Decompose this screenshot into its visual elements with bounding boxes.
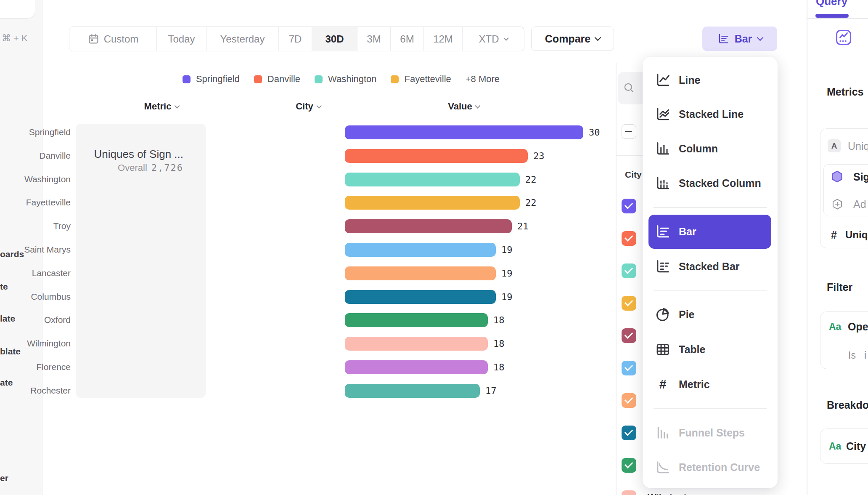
menu-item-column[interactable]: Column xyxy=(643,135,778,162)
add-event-label[interactable]: Ad xyxy=(853,198,866,210)
row-value-label: 18 xyxy=(493,315,505,325)
panel-divider xyxy=(807,0,807,495)
bar-segment[interactable] xyxy=(345,360,488,374)
column-chart-icon xyxy=(654,140,671,157)
chart-row: Lancaster19 xyxy=(0,266,614,281)
menu-item-stacked-column[interactable]: Stacked Column xyxy=(643,169,778,197)
bar-segment[interactable] xyxy=(345,149,528,163)
date-preset-30d[interactable]: 30D xyxy=(312,27,357,51)
legend-item[interactable]: Danville xyxy=(254,74,300,85)
event-name-label[interactable]: Sig xyxy=(853,171,868,183)
date-preset-6m[interactable]: 6M xyxy=(391,27,424,51)
row-value-label: 19 xyxy=(501,292,513,302)
chevron-down-icon xyxy=(595,34,601,41)
menu-item-bar[interactable]: Bar xyxy=(643,218,778,245)
hash-icon: # xyxy=(831,229,837,241)
row-city-label: Fayetteville xyxy=(26,197,71,208)
legend-item[interactable]: Washington xyxy=(315,74,376,85)
filter-heading: Filter xyxy=(827,281,852,293)
metric-row-label[interactable]: Uniq xyxy=(848,140,868,152)
filter-checkbox-oxford[interactable] xyxy=(622,458,636,473)
bar-chart-icon xyxy=(654,223,671,240)
menu-item-stacked-line[interactable]: Stacked Line xyxy=(643,100,778,128)
select-all-checkbox[interactable] xyxy=(622,124,636,139)
legend-label: Springfield xyxy=(196,74,240,85)
bar-segment[interactable] xyxy=(345,337,488,351)
compare-button[interactable]: Compare xyxy=(531,27,614,51)
filter-checkbox-troy[interactable] xyxy=(622,328,636,343)
date-preset-yesterday[interactable]: Yesterday xyxy=(206,27,279,51)
bar-segment[interactable] xyxy=(345,266,496,280)
date-preset-label: Today xyxy=(168,33,195,45)
sidebar-item-truncated[interactable]: er xyxy=(0,473,8,483)
breakdown-heading: Breakdo xyxy=(827,399,868,411)
filter-property-label[interactable]: Ope xyxy=(848,321,868,333)
row-value-label: 22 xyxy=(525,174,537,185)
menu-item-table[interactable]: Table xyxy=(643,335,778,363)
filter-checkbox-wilmington[interactable] xyxy=(622,490,636,495)
filter-card xyxy=(820,311,868,369)
date-preset-7d[interactable]: 7D xyxy=(279,27,312,51)
menu-item-pie[interactable]: Pie xyxy=(643,301,778,328)
breakdown-property-label[interactable]: City xyxy=(846,440,866,452)
legend-item[interactable]: Fayetteville xyxy=(391,74,451,85)
legend-more-button[interactable]: +8 More xyxy=(466,74,500,85)
search-icon xyxy=(623,82,635,94)
filter-checkbox-danville[interactable] xyxy=(622,231,636,246)
filter-checkbox-springfield[interactable] xyxy=(622,199,636,213)
menu-item-line[interactable]: Line xyxy=(643,66,778,94)
overall-value: 2,726 xyxy=(151,162,183,173)
filter-item-label: Wilmington xyxy=(648,492,698,495)
filter-checkbox-lancaster[interactable] xyxy=(622,393,636,408)
bar-segment[interactable] xyxy=(345,313,488,327)
column-header-city[interactable]: City xyxy=(296,101,321,112)
chevron-down-icon xyxy=(503,35,509,41)
filter-checkbox-fayetteville[interactable] xyxy=(622,296,636,311)
chart-row: Columbus19 xyxy=(0,290,614,304)
menu-item-label: Stacked Bar xyxy=(679,261,740,273)
metric-hash-icon xyxy=(654,376,671,393)
date-preset-12m[interactable]: 12M xyxy=(424,27,463,51)
date-preset-label: 30D xyxy=(325,33,344,45)
bar-segment[interactable] xyxy=(345,290,496,304)
legend-item[interactable]: Springfield xyxy=(183,74,240,85)
chart-type-button[interactable]: Bar xyxy=(702,27,777,51)
menu-item-stacked-bar[interactable]: Stacked Bar xyxy=(643,253,778,280)
filter-checkbox-columbus[interactable] xyxy=(622,426,636,440)
insights-chart-icon[interactable] xyxy=(835,29,852,46)
column-header-metric[interactable]: Metric xyxy=(144,101,179,112)
row-city-label: Rochester xyxy=(30,386,71,396)
bar-segment[interactable] xyxy=(345,196,520,210)
row-value-label: 30 xyxy=(589,127,600,138)
menu-item-label: Line xyxy=(679,74,700,86)
bar-segment[interactable] xyxy=(345,125,583,139)
metric-card[interactable]: Uniques of Sign ... Overall2,726 xyxy=(76,124,206,398)
bar-segment[interactable] xyxy=(345,173,520,186)
menu-item-label: Funnel Steps xyxy=(679,427,745,439)
filter-operator[interactable]: Is xyxy=(848,350,856,361)
menu-item-funnel-steps: Funnel Steps xyxy=(643,419,778,447)
date-preset-3m[interactable]: 3M xyxy=(357,27,391,51)
filter-checkbox-saint-marys[interactable] xyxy=(622,361,636,375)
bar-segment[interactable] xyxy=(345,219,512,233)
column-header-label: Metric xyxy=(144,101,172,112)
sidebar-card xyxy=(0,0,35,19)
chevron-down-icon xyxy=(175,103,180,109)
date-preset-custom[interactable]: Custom xyxy=(69,27,157,51)
chevron-down-icon xyxy=(475,103,481,109)
date-preset-xtd[interactable]: XTD xyxy=(463,27,524,51)
row-value-label: 22 xyxy=(525,197,537,208)
filter-value[interactable]: i xyxy=(864,350,866,361)
menu-divider xyxy=(654,290,767,291)
bar-segment[interactable] xyxy=(345,243,496,257)
legend-label: Washington xyxy=(328,74,376,85)
tab-query[interactable]: Query xyxy=(816,0,847,8)
chart-row: Saint Marys19 xyxy=(0,243,614,257)
aggregation-label[interactable]: Uniqu xyxy=(845,229,868,241)
date-preset-today[interactable]: Today xyxy=(157,27,206,51)
filter-checkbox-washington[interactable] xyxy=(622,263,636,278)
bar-segment[interactable] xyxy=(345,384,480,398)
menu-item-metric[interactable]: Metric xyxy=(643,370,778,398)
menu-item-retention-curve: Retention Curve xyxy=(643,453,778,481)
column-header-value[interactable]: Value xyxy=(448,101,479,112)
